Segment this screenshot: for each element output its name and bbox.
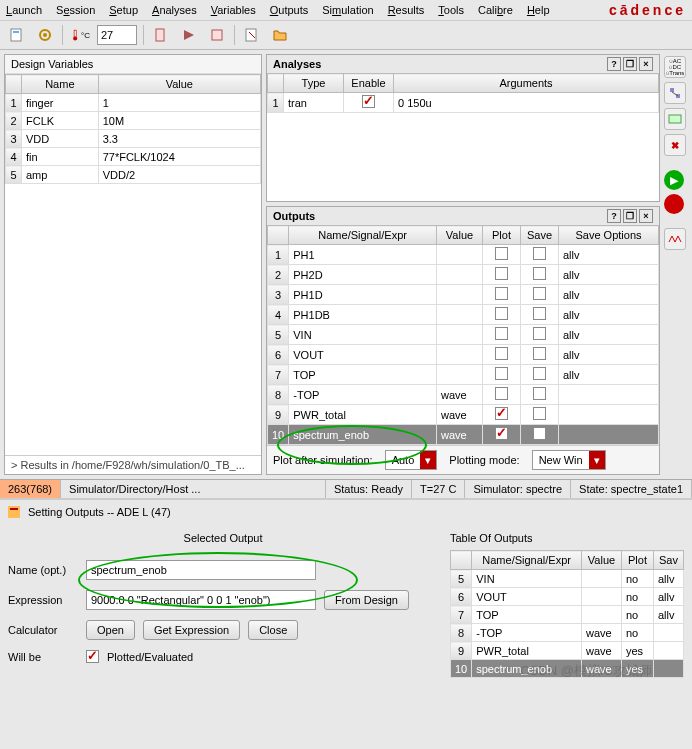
from-design-button[interactable]: From Design bbox=[324, 590, 409, 610]
table-row[interactable]: 3VDD3.3 bbox=[6, 130, 261, 148]
table-row[interactable]: 4fin77*FCLK/1024 bbox=[6, 148, 261, 166]
expression-input[interactable] bbox=[86, 590, 316, 610]
plot-checkbox[interactable] bbox=[495, 347, 508, 360]
plot-checkbox[interactable] bbox=[495, 327, 508, 340]
plot-checkbox[interactable] bbox=[495, 267, 508, 280]
outputs-table[interactable]: Name/Signal/Expr Value Plot Save Save Op… bbox=[267, 225, 659, 445]
save-checkbox[interactable] bbox=[533, 387, 546, 400]
get-expression-button[interactable]: Get Expression bbox=[143, 620, 240, 640]
folder-icon[interactable] bbox=[269, 24, 291, 46]
run-setup-icon[interactable] bbox=[178, 24, 200, 46]
table-row[interactable]: 2FCLK10M bbox=[6, 112, 261, 130]
record-icon[interactable] bbox=[664, 194, 684, 214]
plot-checkbox[interactable] bbox=[495, 247, 508, 260]
save-checkbox[interactable] bbox=[533, 347, 546, 360]
table-row[interactable]: 5ampVDD/2 bbox=[6, 166, 261, 184]
launch-icon[interactable] bbox=[6, 24, 28, 46]
table-row[interactable]: 7TOPnoallv bbox=[451, 606, 684, 624]
play-icon[interactable]: ▶ bbox=[664, 170, 684, 190]
close-button[interactable]: Close bbox=[248, 620, 298, 640]
enable-checkbox[interactable] bbox=[362, 95, 375, 108]
mouse-coords: 263(768) bbox=[0, 480, 61, 498]
table-row[interactable]: 2PH2Dallv bbox=[268, 265, 659, 285]
save-checkbox[interactable] bbox=[533, 427, 546, 440]
variables-icon[interactable] bbox=[664, 108, 686, 130]
plotted-label: Plotted/Evaluated bbox=[107, 651, 193, 663]
menu-analyses[interactable]: Analyses bbox=[152, 4, 197, 16]
dialog-outputs-table[interactable]: Name/Signal/Expr Value Plot Sav 5VINnoal… bbox=[450, 550, 684, 678]
save-checkbox[interactable] bbox=[533, 307, 546, 320]
plot-checkbox[interactable] bbox=[495, 387, 508, 400]
menu-simulation[interactable]: Simulation bbox=[322, 4, 373, 16]
hierarchy-icon[interactable] bbox=[664, 82, 686, 104]
menu-help[interactable]: Help bbox=[527, 4, 550, 16]
open-button[interactable]: Open bbox=[86, 620, 135, 640]
close-icon[interactable]: × bbox=[639, 209, 653, 223]
plot-checkbox[interactable] bbox=[495, 427, 508, 440]
table-row[interactable]: 8-TOPwave bbox=[268, 385, 659, 405]
menu-session[interactable]: Session bbox=[56, 4, 95, 16]
plot-mode-dropdown[interactable]: New Win▾ bbox=[532, 450, 606, 470]
undock-icon[interactable]: ❐ bbox=[623, 57, 637, 71]
sim-path[interactable]: Simulator/Directory/Host ... bbox=[61, 480, 326, 498]
menu-setup[interactable]: Setup bbox=[109, 4, 138, 16]
table-row[interactable]: 6VOUTallv bbox=[268, 345, 659, 365]
menu-results[interactable]: Results bbox=[388, 4, 425, 16]
plotted-checkbox[interactable] bbox=[86, 650, 99, 663]
plot-checkbox[interactable] bbox=[495, 287, 508, 300]
name-label: Name (opt.) bbox=[8, 564, 78, 576]
brand-logo: cādence bbox=[609, 2, 686, 18]
status-state: State: spectre_state1 bbox=[571, 480, 692, 498]
design-variables-table[interactable]: NameValue 1finger12FCLK10M3VDD3.34fin77*… bbox=[5, 74, 261, 184]
table-row[interactable]: 1finger1 bbox=[6, 94, 261, 112]
help-icon[interactable]: ? bbox=[607, 209, 621, 223]
thermometer-icon[interactable]: °C bbox=[69, 24, 91, 46]
analyses-title: Analyses bbox=[273, 58, 321, 70]
name-input[interactable] bbox=[86, 560, 316, 580]
svg-point-5 bbox=[73, 36, 77, 40]
gear-icon[interactable] bbox=[34, 24, 56, 46]
table-row[interactable]: 5VINnoallv bbox=[451, 570, 684, 588]
table-row[interactable]: 1PH1allv bbox=[268, 245, 659, 265]
menu-launch[interactable]: Launch bbox=[6, 4, 42, 16]
table-row[interactable]: 1tran0 150u bbox=[268, 93, 659, 113]
plot-checkbox[interactable] bbox=[495, 407, 508, 420]
save-checkbox[interactable] bbox=[533, 407, 546, 420]
acdc-icon[interactable]: ○AC○DC○Trans bbox=[664, 56, 686, 78]
table-row[interactable]: 9PWR_totalwave bbox=[268, 405, 659, 425]
plot-checkbox[interactable] bbox=[495, 367, 508, 380]
temperature-input[interactable] bbox=[97, 25, 137, 45]
save-checkbox[interactable] bbox=[533, 287, 546, 300]
close-icon[interactable]: × bbox=[639, 57, 653, 71]
waveform-icon[interactable] bbox=[664, 228, 686, 250]
undock-icon[interactable]: ❐ bbox=[623, 209, 637, 223]
save-checkbox[interactable] bbox=[533, 327, 546, 340]
edit-icon[interactable] bbox=[241, 24, 263, 46]
design-variables-panel: Design Variables NameValue 1finger12FCLK… bbox=[4, 54, 262, 475]
table-row[interactable]: 6VOUTnoallv bbox=[451, 588, 684, 606]
menu-calibre[interactable]: Calibre bbox=[478, 4, 513, 16]
save-checkbox[interactable] bbox=[533, 267, 546, 280]
plot-checkbox[interactable] bbox=[495, 307, 508, 320]
table-row[interactable]: 4PH1DBallv bbox=[268, 305, 659, 325]
menu-outputs[interactable]: Outputs bbox=[270, 4, 309, 16]
table-row[interactable]: 10spectrum_enobwave bbox=[268, 425, 659, 445]
analyses-table[interactable]: TypeEnableArguments 1tran0 150u bbox=[267, 73, 659, 113]
save-checkbox[interactable] bbox=[533, 367, 546, 380]
chevron-down-icon: ▾ bbox=[420, 451, 436, 469]
help-icon[interactable]: ? bbox=[607, 57, 621, 71]
save-checkbox[interactable] bbox=[533, 247, 546, 260]
outputs-title: Outputs bbox=[273, 210, 315, 222]
stop-icon[interactable] bbox=[206, 24, 228, 46]
table-row[interactable]: 5VINallv bbox=[268, 325, 659, 345]
table-row[interactable]: 8-TOPwaveno bbox=[451, 624, 684, 642]
svg-rect-1 bbox=[13, 31, 19, 33]
menu-tools[interactable]: Tools bbox=[438, 4, 464, 16]
menu-variables[interactable]: Variables bbox=[211, 4, 256, 16]
plot-after-dropdown[interactable]: Auto▾ bbox=[385, 450, 438, 470]
netlist-icon[interactable] bbox=[150, 24, 172, 46]
delete-icon[interactable]: ✖ bbox=[664, 134, 686, 156]
table-row[interactable]: 3PH1Dallv bbox=[268, 285, 659, 305]
table-row[interactable]: 9PWR_totalwaveyes bbox=[451, 642, 684, 660]
table-row[interactable]: 7TOPallv bbox=[268, 365, 659, 385]
